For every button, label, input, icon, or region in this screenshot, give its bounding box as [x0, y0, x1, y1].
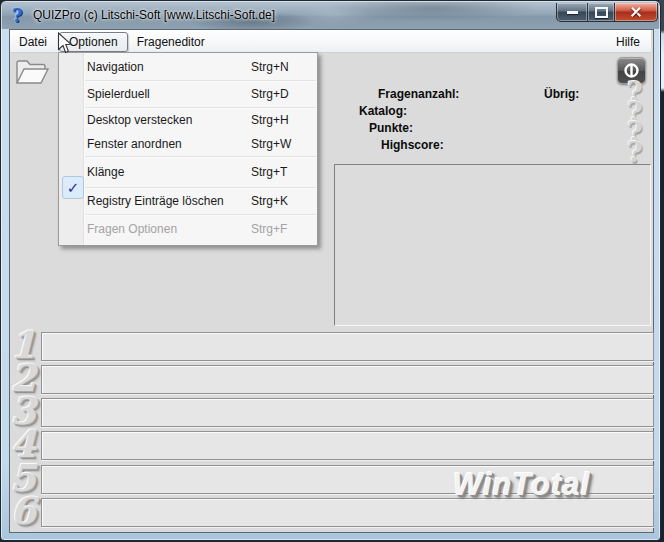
open-folder-icon: [14, 56, 50, 88]
menu-item-registry-eintraege-loeschen[interactable]: Registry Einträge löschen Strg+K: [59, 188, 317, 214]
app-window: ? QUIZPro (c) Litschi-Soft [www.Litschi-…: [0, 0, 661, 541]
wintotal-watermark: WinTotal: [453, 467, 590, 503]
minimize-button[interactable]: [556, 3, 588, 22]
window-title: QUIZPro (c) Litschi-Soft [www.Litschi-So…: [33, 8, 275, 22]
answer-slot-1[interactable]: [41, 332, 654, 361]
close-icon: [630, 7, 642, 17]
label-highscore: Highscore:: [381, 138, 444, 152]
label-uebrig: Übrig:: [544, 87, 579, 101]
mouse-cursor-icon: [57, 32, 72, 54]
label-punkte: Punkte:: [369, 121, 413, 135]
menu-item-desktop-verstecken[interactable]: Desktop verstecken Strg+H: [59, 108, 317, 132]
minimize-icon: [567, 11, 578, 14]
open-folder-button[interactable]: [14, 56, 50, 88]
menu-datei[interactable]: Datei: [10, 33, 56, 51]
menu-item-navigation[interactable]: Navigation Strg+N: [59, 54, 317, 80]
menu-frageneditor[interactable]: Frageneditor: [128, 33, 214, 51]
answer-slot-2[interactable]: [41, 365, 654, 394]
close-button[interactable]: [614, 3, 658, 22]
menu-item-spielerduell[interactable]: Spielerduell Strg+D: [59, 81, 317, 107]
options-dropdown-menu: Navigation Strg+N Spielerduell Strg+D De…: [58, 52, 318, 246]
answer-slot-4[interactable]: [41, 431, 654, 460]
caption-buttons: [556, 3, 658, 22]
menu-item-fragen-optionen[interactable]: Fragen Optionen Strg+F: [59, 215, 317, 243]
app-question-mark-icon: ?: [12, 5, 30, 25]
titlebar[interactable]: ? QUIZPro (c) Litschi-Soft [www.Litschi-…: [2, 2, 659, 29]
answer-number: 6: [5, 489, 41, 533]
menu-item-fenster-anordnen[interactable]: Fenster anordnen Strg+W: [59, 132, 317, 156]
answer-slot-3[interactable]: [41, 398, 654, 427]
label-katalog: Katalog:: [359, 104, 407, 118]
label-fragenanzahl: Fragenanzahl:: [378, 87, 459, 101]
maximize-icon: [595, 7, 608, 18]
question-display-panel: [334, 164, 651, 326]
menubar: Datei Optionen Frageneditor Hilfe: [10, 30, 651, 53]
menu-item-klaenge[interactable]: ✓ Klänge Strg+T: [59, 157, 317, 187]
screen: { "window": { "title": "QUIZPro (c) Lits…: [0, 0, 664, 542]
menu-hilfe[interactable]: Hilfe: [607, 33, 649, 51]
question-marks-decor-icon: ? ? ? ?: [620, 83, 650, 163]
maximize-button[interactable]: [588, 3, 614, 22]
